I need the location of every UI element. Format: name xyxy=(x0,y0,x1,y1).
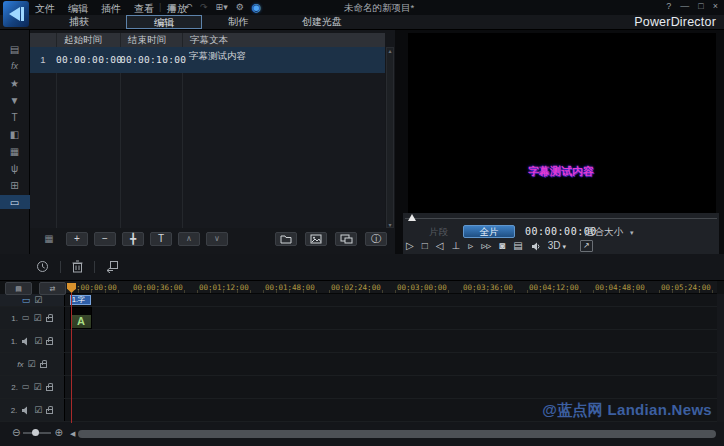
undo-icon[interactable]: ↶ xyxy=(185,3,193,12)
redo-icon[interactable]: ↷ xyxy=(200,3,208,12)
subtitle-text-cell[interactable]: 字幕测试内容 xyxy=(182,47,385,73)
track-enabled-checkbox[interactable]: ☑ xyxy=(34,406,42,415)
title-room-icon[interactable]: T xyxy=(0,110,30,124)
scroll-up-icon[interactable]: ▴ xyxy=(387,47,393,54)
seek-thumb[interactable] xyxy=(408,214,416,221)
fast-forward-button[interactable]: ▹▹ xyxy=(481,241,491,251)
track-header[interactable]: ▭☑ xyxy=(0,294,65,306)
effect-room-icon[interactable]: fx xyxy=(0,59,30,73)
subtitle-room-icon[interactable]: ▭◀ xyxy=(0,195,30,209)
minimize-button[interactable]: — xyxy=(680,1,689,11)
track-enabled-checkbox[interactable]: ☑ xyxy=(34,337,42,346)
track-enabled-checkbox[interactable]: ☑ xyxy=(34,383,42,392)
chapter-room-icon[interactable]: ⊞ xyxy=(0,178,30,192)
voiceover-room-icon[interactable]: ψ xyxy=(0,161,30,175)
tab-edit[interactable]: 编辑 xyxy=(126,15,202,29)
previous-frame-button[interactable]: ◁ xyxy=(436,241,444,251)
save-icon[interactable]: ▣ xyxy=(168,3,177,12)
maximize-button[interactable]: □ xyxy=(698,1,703,11)
track-content[interactable]: 1.字 xyxy=(65,294,717,306)
scroll-down-icon[interactable]: ▾ xyxy=(387,221,393,228)
track-content[interactable] xyxy=(65,330,717,352)
track-enabled-checkbox[interactable]: ☑ xyxy=(28,360,36,369)
track-content[interactable]: A xyxy=(65,307,717,329)
column-header[interactable]: 起始时间 xyxy=(56,33,120,47)
audio-mixing-room-icon[interactable]: ▦ xyxy=(0,144,30,158)
snapshot-button[interactable]: ◙ xyxy=(499,241,505,251)
track-manager-button[interactable]: ▤ xyxy=(5,282,32,295)
export-subtitle-image-button[interactable] xyxy=(305,232,327,246)
particle-room-icon[interactable]: ▼ xyxy=(0,93,30,107)
next-frame-button[interactable]: ▹ xyxy=(468,241,473,251)
column-header[interactable]: 字幕文本 xyxy=(182,33,385,47)
stop-button[interactable]: □ xyxy=(422,241,428,251)
remove-subtitle-button[interactable]: − xyxy=(94,232,116,246)
zoom-slider-track[interactable] xyxy=(23,432,51,434)
track-header[interactable]: fx☑ xyxy=(0,353,65,375)
settings-gear-icon[interactable]: ⚙ xyxy=(236,3,244,12)
import-subtitle-file-button[interactable] xyxy=(275,232,297,246)
subtitle-track[interactable]: ▭☑1.字 xyxy=(0,294,717,307)
format-text-button[interactable]: T xyxy=(150,232,172,246)
tab-create-disc[interactable]: 创建光盘 xyxy=(274,15,370,29)
timeline-horizontal-scrollbar[interactable] xyxy=(78,430,716,438)
track-header[interactable]: 2.▭☑ xyxy=(0,376,65,398)
tab-produce[interactable]: 制作 xyxy=(202,15,274,29)
menu-item[interactable]: 插件 xyxy=(101,2,121,16)
seek-track[interactable] xyxy=(405,218,717,219)
lock-icon[interactable] xyxy=(46,317,53,322)
fit-timeline-button[interactable]: ⇄ xyxy=(39,282,66,295)
track-enabled-checkbox[interactable]: ☑ xyxy=(34,296,42,305)
tab-capture[interactable]: 捕获 xyxy=(32,15,126,29)
split-subtitle-button[interactable]: ╋ xyxy=(122,232,144,246)
3d-mode-button[interactable]: 3D▾ xyxy=(548,241,566,251)
track-header[interactable]: 1.☑ xyxy=(0,330,65,352)
seek-bar[interactable] xyxy=(405,214,717,223)
subtitle-info-button[interactable]: ⓘ xyxy=(365,232,387,246)
mute-button[interactable] xyxy=(531,242,540,251)
lock-icon[interactable] xyxy=(40,363,47,368)
next-subtitle-button[interactable]: ∨ xyxy=(206,232,228,246)
delete-subtitle-icon[interactable] xyxy=(72,260,83,273)
step-capture-button[interactable]: ⊥ xyxy=(451,241,460,251)
pip-objects-room-icon[interactable]: ★ xyxy=(0,76,30,90)
column-header[interactable]: 结束时间 xyxy=(120,33,182,47)
notification-icon[interactable]: ◉ xyxy=(252,2,262,13)
subtitle-table-body[interactable]: 100:00:00:0000:00:10:00字幕测试内容 xyxy=(30,47,385,228)
fx-track[interactable]: fx☑ xyxy=(0,353,717,376)
zoom-in-icon[interactable]: ⊕ xyxy=(54,428,62,438)
timeline-ruler[interactable]: 00:00:00:0000:00:36:0000:01:12:0000:01:4… xyxy=(65,281,717,294)
lock-icon[interactable] xyxy=(46,340,53,345)
video-clip[interactable]: A xyxy=(70,307,92,329)
subtitle-row[interactable]: 100:00:00:0000:00:10:00字幕测试内容 xyxy=(30,47,385,73)
clip-mode-button[interactable]: 片段 xyxy=(429,226,448,239)
play-button[interactable]: ▷ xyxy=(406,241,414,251)
start-time-cell[interactable]: 00:00:00:00 xyxy=(56,47,120,73)
timeline-vertical-scrollbar[interactable] xyxy=(717,294,724,422)
preview-quality-button[interactable]: ▤ xyxy=(513,241,522,251)
video-track-1[interactable]: 1.▭☑A xyxy=(0,307,717,330)
add-subtitle-button[interactable]: + xyxy=(66,232,88,246)
subtitle-clip[interactable]: 1.字 xyxy=(70,295,91,305)
menu-item[interactable]: 文件 xyxy=(35,2,55,16)
video-track-2[interactable]: 2.▭☑ xyxy=(0,376,717,399)
subtitle-timing-icon[interactable] xyxy=(36,260,49,273)
previous-subtitle-button[interactable]: ∧ xyxy=(178,232,200,246)
undock-preview-button[interactable]: ↗ xyxy=(580,240,593,252)
track-content[interactable] xyxy=(65,376,717,398)
zoom-out-icon[interactable]: ⊖ xyxy=(12,428,20,438)
hscroll-left-icon[interactable]: ◀ xyxy=(70,430,75,438)
import-to-timeline-icon[interactable] xyxy=(106,260,119,273)
transition-room-icon[interactable]: ◧ xyxy=(0,127,30,141)
lock-icon[interactable] xyxy=(46,409,53,414)
movie-mode-button[interactable]: 全片 xyxy=(463,225,515,238)
preview-video-area[interactable]: 字幕测试内容 xyxy=(408,33,716,213)
subtitle-table-scrollbar[interactable]: ▴ ▾ xyxy=(386,47,394,228)
zoom-slider-thumb[interactable] xyxy=(32,429,39,436)
track-content[interactable] xyxy=(65,353,717,375)
media-room-icon[interactable]: ▤ xyxy=(0,42,30,56)
help-button[interactable]: ? xyxy=(666,1,671,11)
audio-track-1[interactable]: 1.☑ xyxy=(0,330,717,353)
track-header[interactable]: 1.▭☑ xyxy=(0,307,65,329)
track-enabled-checkbox[interactable]: ☑ xyxy=(34,314,42,323)
